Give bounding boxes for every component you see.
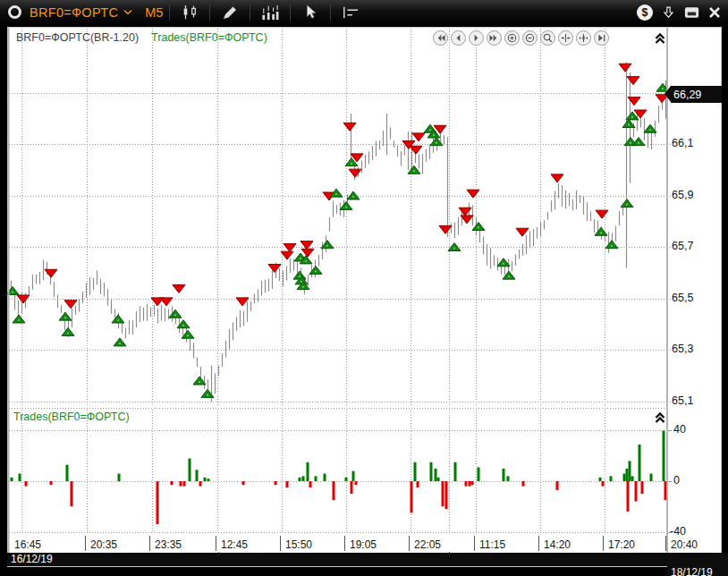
restore-window-icon[interactable] bbox=[684, 6, 699, 19]
chart-plot-area[interactable] bbox=[0, 0, 728, 576]
trades-histogram-bar bbox=[315, 476, 317, 481]
time-axis-tick: 22:05 bbox=[414, 538, 441, 551]
sell-marker bbox=[596, 210, 608, 218]
buy-marker bbox=[112, 315, 124, 323]
price-axis-tick: 66,1 bbox=[672, 137, 693, 149]
time-axis-tick: 14:20 bbox=[544, 538, 571, 551]
trades-histogram-bar bbox=[196, 470, 199, 481]
trades-histogram-bar bbox=[503, 469, 505, 481]
collapse-trades-panel-chevron-icon[interactable] bbox=[654, 411, 666, 424]
trades-histogram-bar bbox=[430, 462, 433, 481]
compress-horizontal-button[interactable] bbox=[558, 30, 573, 46]
time-axis-tick: 19:05 bbox=[350, 538, 377, 551]
trades-histogram-bar bbox=[66, 465, 69, 481]
trades-histogram-bar bbox=[631, 476, 634, 481]
scroll-left-fast-button[interactable] bbox=[433, 30, 448, 46]
trades-histogram-bar bbox=[189, 459, 191, 481]
date-label: 16/12/19 bbox=[7, 553, 728, 566]
levels-icon bbox=[341, 4, 360, 21]
dollar-icon[interactable]: $ bbox=[637, 4, 653, 21]
date-label: 18/12/19 bbox=[452, 553, 494, 566]
price-axis-tick: 65,1 bbox=[672, 394, 693, 407]
buy-marker bbox=[347, 191, 360, 199]
trades-histogram-bar bbox=[442, 481, 444, 506]
pencil-icon bbox=[221, 4, 239, 21]
trades-histogram-bar bbox=[641, 481, 644, 494]
buy-marker bbox=[595, 227, 607, 235]
sell-marker bbox=[173, 285, 185, 293]
trades-histogram-bar bbox=[469, 481, 471, 487]
trades-histogram-bar bbox=[302, 476, 305, 481]
sell-marker bbox=[412, 133, 425, 141]
trades-histogram-bar bbox=[345, 478, 348, 481]
candles-tool-button[interactable] bbox=[176, 3, 203, 22]
trades-histogram-bar bbox=[507, 476, 510, 481]
trades-histogram-bar bbox=[286, 481, 289, 487]
sell-marker bbox=[551, 174, 563, 182]
trades-histogram-bar bbox=[309, 481, 312, 487]
trades-histogram-bar bbox=[50, 481, 53, 485]
levels-tool-button[interactable] bbox=[337, 3, 364, 22]
trades-histogram-bar bbox=[183, 481, 186, 487]
instrument-name: BRF0=ФОРТС bbox=[30, 5, 118, 20]
scroll-right-button[interactable] bbox=[469, 30, 484, 46]
trades-histogram-bar bbox=[454, 462, 457, 481]
magnifier-button[interactable] bbox=[540, 30, 555, 46]
scroll-right-fast-button[interactable] bbox=[487, 30, 502, 46]
buy-marker bbox=[59, 312, 72, 320]
buy-marker bbox=[472, 223, 485, 231]
buy-marker bbox=[13, 315, 25, 323]
trades-histogram-bar bbox=[445, 481, 448, 509]
go-to-end-button[interactable] bbox=[594, 30, 609, 46]
zoom-in-button[interactable] bbox=[504, 30, 520, 46]
date-label: 18/12/19 bbox=[667, 566, 728, 576]
compress-candle-button[interactable] bbox=[576, 30, 591, 46]
titlebar: BRF0=ФОРТС M5 $ bbox=[0, 0, 728, 25]
price-axis-tick: 65,7 bbox=[672, 240, 693, 252]
trades-histogram-bar bbox=[333, 481, 335, 500]
trades-histogram-bar bbox=[307, 462, 309, 481]
buy-marker bbox=[621, 199, 633, 208]
trades-axis-tick: -40 bbox=[670, 525, 686, 538]
trades-histogram-bar bbox=[157, 481, 159, 524]
trades-histogram-bar bbox=[437, 478, 440, 481]
legend-trades: Trades(BRF0=ФОРТС) bbox=[151, 31, 267, 44]
download-arrow-icon[interactable] bbox=[662, 5, 675, 20]
trades-histogram-bar bbox=[639, 445, 641, 481]
instrument-selector[interactable]: BRF0=ФОРТС bbox=[30, 5, 132, 20]
time-axis-tick: 12:45 bbox=[221, 538, 248, 551]
trades-histogram-bar bbox=[118, 474, 121, 481]
trades-histogram-bar bbox=[663, 431, 665, 482]
collapse-main-panel-chevron-icon[interactable] bbox=[654, 32, 666, 45]
close-icon[interactable] bbox=[708, 6, 721, 19]
date-label: 17/12/19 bbox=[221, 553, 263, 566]
trades-histogram-bar bbox=[435, 469, 437, 481]
buy-marker bbox=[340, 202, 352, 210]
trades-histogram-bar bbox=[352, 471, 355, 481]
zoom-out-button[interactable] bbox=[522, 30, 538, 46]
scroll-left-button[interactable] bbox=[451, 30, 466, 46]
sell-marker bbox=[619, 64, 631, 72]
trades-histogram-bar bbox=[465, 481, 468, 487]
sell-marker bbox=[627, 77, 639, 85]
buy-marker bbox=[114, 338, 126, 346]
price-axis-tick: 65,5 bbox=[672, 292, 693, 304]
trades-histogram-bar bbox=[355, 481, 358, 485]
draw-tool-button[interactable] bbox=[216, 3, 243, 22]
timeframe-button[interactable]: M5 bbox=[145, 5, 163, 20]
sell-marker bbox=[301, 249, 314, 257]
trades-histogram-bar bbox=[417, 481, 419, 487]
trades-panel-label: Trades(BRF0=ФОРТС) bbox=[13, 411, 130, 423]
sell-marker bbox=[467, 190, 479, 198]
chart-navbar bbox=[433, 30, 609, 46]
instrument-logo-icon bbox=[8, 5, 21, 19]
time-axis-tick: 11:15 bbox=[479, 538, 505, 551]
cursor-tool-button[interactable] bbox=[297, 3, 324, 22]
time-axis-tick: 23:35 bbox=[155, 538, 182, 551]
trades-histogram-bar bbox=[199, 481, 202, 487]
buy-marker bbox=[448, 243, 461, 251]
trades-histogram-bar bbox=[471, 481, 474, 485]
trades-histogram-bar bbox=[204, 478, 207, 481]
buy-marker bbox=[605, 241, 618, 249]
volume-tool-button[interactable] bbox=[257, 3, 284, 22]
